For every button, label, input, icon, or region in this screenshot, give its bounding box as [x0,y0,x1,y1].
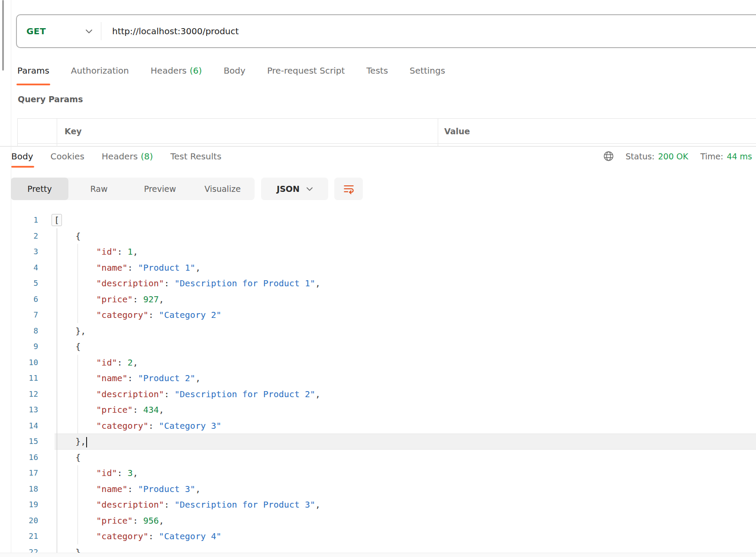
code-token: "name" [96,262,127,273]
response-body-editor[interactable]: 1[2 {3 "id": 1,4 "name": "Product 1",5 "… [0,212,756,557]
bottom-scrollbar-track[interactable] [0,553,756,557]
tab-body[interactable]: Body [11,151,33,162]
code-line[interactable]: 20 "price": 956, [0,513,756,529]
code-token: "category" [96,421,148,431]
status-value[interactable]: 200 OK [658,152,688,161]
code-line[interactable]: 9 { [0,339,756,355]
tab-tests[interactable]: Tests [366,65,388,76]
code-line[interactable]: 21 "category": "Category 4" [0,528,756,544]
view-mode-preview[interactable]: Preview [129,178,191,200]
code-token: , [195,373,200,383]
column-header-value: Value [444,119,470,143]
tab-label: Tests [366,65,388,76]
tab-headers[interactable]: Headers(6) [151,65,202,76]
code-token: "price" [96,294,132,304]
code-token: "Category 2" [159,310,222,320]
code-line-content: { [55,339,756,355]
line-number: 5 [0,275,38,291]
wrap-text-button[interactable] [334,178,363,200]
code-token: : [149,310,159,320]
code-token: "id" [96,246,117,257]
format-dropdown[interactable]: JSON [261,178,328,200]
column-divider [57,119,57,146]
time-value[interactable]: 44 ms [727,152,752,161]
view-mode-raw[interactable]: Raw [68,178,129,200]
code-token: "description" [96,499,164,510]
tab-pre-request-script[interactable]: Pre-request Script [267,65,345,76]
tab-settings[interactable]: Settings [410,65,445,76]
code-line[interactable]: 7 "category": "Category 2" [0,307,756,323]
tab-cookies[interactable]: Cookies [51,151,84,162]
code-line[interactable]: 15 }, [0,434,756,450]
request-tabs: ParamsAuthorizationHeaders(6)BodyPre-req… [17,65,445,76]
code-line[interactable]: 18 "name": "Product 3", [0,481,756,497]
code-line-content: }, [55,323,756,339]
tab-params[interactable]: Params [17,65,49,76]
code-token: : [128,262,138,273]
indent-guide [78,244,78,260]
code-token: }, [75,436,86,447]
code-token: : [149,531,159,541]
tab-test-results[interactable]: Test Results [170,151,221,162]
left-scrollbar-thumb[interactable] [2,0,4,71]
code-token: "Category 4" [159,531,222,541]
code-line[interactable]: 6 "price": 927, [0,291,756,308]
query-params-table[interactable]: Key Value [17,118,756,146]
code-token: , [195,262,200,273]
code-line-content: "category": "Category 2" [55,307,756,323]
indent-guide [57,370,57,386]
view-mode-visualize[interactable]: Visualize [191,178,255,200]
tab-body[interactable]: Body [223,65,246,76]
indent-guide [78,275,78,291]
method-selector[interactable]: GET [17,26,101,36]
code-token: "name" [96,484,127,494]
indent-guide [78,402,78,418]
code-token: "price" [96,515,132,526]
method-url-divider [101,22,101,40]
code-line[interactable]: 11 "name": "Product 2", [0,370,756,386]
code-line[interactable]: 19 "description": "Description for Produ… [0,497,756,513]
code-line[interactable]: 8 }, [0,323,756,339]
code-token: : [128,373,138,383]
tab-headers[interactable]: Headers(8) [102,151,153,162]
code-token: "description" [96,278,164,288]
code-line-content: }, [55,434,756,450]
code-line[interactable]: 13 "price": 434, [0,402,756,418]
tab-authorization[interactable]: Authorization [71,65,129,76]
code-token: "Description for Product 2" [174,389,315,399]
indent-guide [57,528,57,544]
code-token: "category" [96,531,148,541]
tab-label: Settings [410,65,445,76]
code-line[interactable]: 12 "description": "Description for Produ… [0,386,756,402]
status-label: Status: [626,152,655,161]
text-caret [86,437,87,447]
code-line[interactable]: 5 "description": "Description for Produc… [0,275,756,291]
code-token: : [133,294,143,304]
chevron-down-icon [307,187,313,191]
indent-guide [57,450,57,466]
code-line-content: "name": "Product 3", [55,481,756,497]
code-line[interactable]: 3 "id": 1, [0,244,756,260]
code-token: "Description for Product 1" [174,278,315,288]
code-line[interactable]: 10 "id": 2, [0,355,756,371]
code-line[interactable]: 17 "id": 3, [0,465,756,481]
code-token: : [164,499,174,510]
code-line[interactable]: 2 { [0,228,756,244]
indent-guide [78,260,78,276]
code-token: "Category 3" [159,421,222,431]
code-line[interactable]: 14 "category": "Category 3" [0,418,756,434]
tab-label: Headers [102,151,138,162]
code-token: "Description for Product 3" [174,499,315,510]
code-line[interactable]: 1[ [0,212,756,228]
code-token: "Product 1" [138,262,195,273]
code-line[interactable]: 16 { [0,450,756,466]
url-input[interactable]: http://localhost:3000/product [112,26,239,36]
fold-marker[interactable]: [ [52,214,62,226]
code-token: , [133,468,138,478]
code-line[interactable]: 4 "name": "Product 1", [0,260,756,276]
line-number: 9 [0,339,38,355]
code-line-content: "category": "Category 3" [55,418,756,434]
response-meta: Status: 200 OK Time: 44 ms [603,150,752,162]
view-mode-pretty[interactable]: Pretty [11,178,68,200]
code-token: : [128,484,138,494]
